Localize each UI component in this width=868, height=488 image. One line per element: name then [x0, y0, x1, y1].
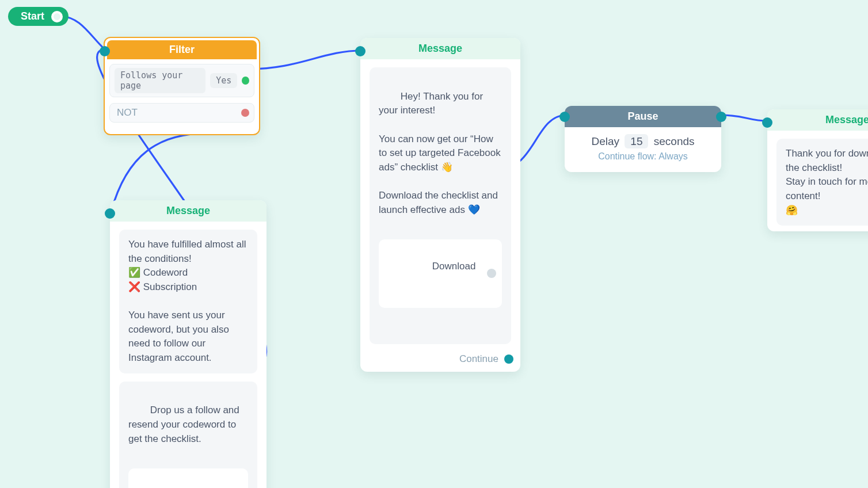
message2-input-port[interactable] [105, 208, 115, 219]
filter-node[interactable]: Filter Follows your page Yes NOT [104, 37, 260, 135]
message1-bubble: Hey! Thank you for your interest! You ca… [370, 67, 511, 344]
message2-bubble2: Drop us a follow and resend your codewor… [119, 382, 257, 488]
check-subscription-button[interactable]: Check subscription [128, 468, 248, 488]
message-node-2[interactable]: Message You have fulfilled almost all th… [110, 200, 267, 488]
message3-input-port[interactable] [762, 117, 772, 128]
filter-field-value: Yes [210, 73, 237, 88]
message1-continue-port[interactable] [504, 354, 513, 364]
message1-input-port[interactable] [355, 46, 366, 56]
filter-condition-true[interactable]: Follows your page Yes [109, 64, 254, 97]
start-output-port[interactable] [51, 11, 63, 22]
filter-not-label: NOT [115, 107, 138, 119]
filter-true-output-port[interactable] [242, 77, 249, 85]
message-node-3[interactable]: Message Thank you for downloading the ch… [767, 109, 868, 231]
pause-output-port[interactable] [716, 112, 726, 122]
download-output-port[interactable] [487, 269, 496, 278]
message3-title: Message [767, 109, 868, 131]
message1-continue-label: Continue [459, 353, 498, 365]
pause-subtext: Continue flow: Always [570, 151, 715, 162]
filter-field-label: Follows your page [115, 68, 205, 93]
message-node-1[interactable]: Message Hey! Thank you for your interest… [360, 38, 520, 372]
filter-false-output-port[interactable] [241, 109, 249, 117]
message1-title: Message [360, 38, 520, 59]
start-node[interactable]: Start [8, 7, 68, 26]
download-button[interactable]: Download [379, 239, 502, 308]
filter-condition-false[interactable]: NOT [109, 103, 254, 123]
message2-text2: Drop us a follow and resend your codewor… [128, 405, 242, 444]
download-button-label: Download [432, 261, 476, 272]
pause-delay-label: Delay [591, 135, 619, 147]
message1-text: Hey! Thank you for your interest! You ca… [379, 91, 503, 215]
pause-input-port[interactable] [559, 112, 570, 122]
pause-node[interactable]: Pause Delay 15 seconds Continue flow: Al… [565, 106, 721, 172]
start-label: Start [21, 10, 44, 22]
filter-input-port[interactable] [100, 46, 110, 56]
pause-title: Pause [565, 106, 721, 127]
message2-title: Message [110, 200, 267, 222]
message2-bubble1: You have fulfilled almost all the condit… [119, 230, 257, 373]
message3-bubble: Thank you for downloading the checklist!… [776, 139, 868, 226]
pause-delay-unit: seconds [654, 135, 695, 147]
pause-delay-value[interactable]: 15 [625, 134, 648, 148]
filter-title: Filter [107, 40, 257, 59]
